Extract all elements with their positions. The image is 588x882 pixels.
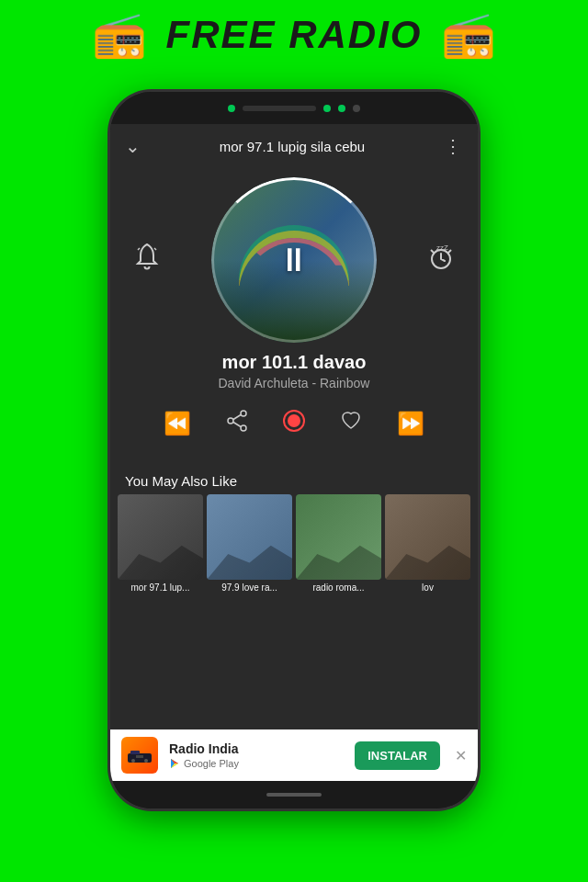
progress-dot [230, 324, 241, 335]
list-item[interactable]: 97.9 love ra... [207, 494, 292, 595]
home-indicator[interactable] [266, 793, 322, 797]
phone-frame: ⌄ mor 97.1 lupig sila cebu ⋮ [110, 92, 478, 808]
ad-app-logo [121, 737, 158, 774]
svg-point-11 [131, 759, 135, 763]
notification-bell-icon[interactable] [129, 241, 165, 279]
phone-bottom-bar [110, 781, 478, 808]
svg-rect-13 [136, 755, 143, 758]
alarm-icon[interactable]: zzZ [423, 241, 459, 279]
google-play-text: Google Play [184, 758, 239, 769]
header: 📻 FREE RADIO 📻 [0, 9, 588, 61]
status-dot-far [353, 105, 360, 112]
phone-top-bar [110, 92, 478, 124]
svg-rect-10 [130, 751, 140, 754]
song-name: David Archuleta - Rainbow [219, 376, 370, 390]
speaker-bar [243, 106, 316, 111]
favorite-button[interactable] [339, 409, 363, 438]
svg-point-2 [241, 411, 246, 416]
list-item[interactable]: mor 97.1 lup... [118, 494, 203, 595]
thumb-label: mor 97.1 lup... [118, 580, 203, 595]
svg-point-8 [288, 414, 300, 427]
status-dot-left [228, 105, 235, 112]
list-item[interactable]: lov [385, 494, 470, 595]
pause-play-icon[interactable]: ⏸ [277, 241, 311, 279]
app-title: FREE RADIO [165, 13, 422, 57]
svg-line-6 [233, 423, 241, 427]
player-controls-row: ⏸ zzZ [129, 177, 459, 343]
record-button[interactable] [282, 409, 306, 438]
ad-sub-text: Google Play [169, 758, 344, 769]
thumbnails-row: mor 97.1 lup... 97.9 love ra... radio ro… [110, 494, 478, 595]
thumb-label: 97.9 love ra... [207, 580, 292, 595]
radio-icon-right: 📻 [441, 9, 496, 61]
rewind-button[interactable]: ⏪ [164, 411, 191, 436]
forward-button[interactable]: ⏩ [397, 411, 424, 436]
svg-point-4 [241, 425, 246, 431]
station-name: mor 101.1 davao [219, 352, 370, 373]
chevron-down-icon[interactable]: ⌄ [125, 135, 141, 157]
list-item[interactable]: radio roma... [296, 494, 381, 595]
thumb-label: lov [385, 580, 470, 595]
ad-app-name: Radio India [169, 741, 344, 756]
ad-close-icon[interactable]: ✕ [455, 747, 467, 764]
share-button[interactable] [225, 409, 249, 438]
recommendations-title: You May Also Like [110, 466, 478, 494]
thumb-label: radio roma... [296, 580, 381, 595]
current-station-title: mor 97.1 lupig sila cebu [220, 139, 365, 154]
status-dot-right [338, 105, 345, 112]
install-button[interactable]: INSTALAR [355, 741, 440, 770]
top-navigation: ⌄ mor 97.1 lupig sila cebu ⋮ [110, 124, 478, 168]
status-dot-middle [323, 105, 331, 112]
svg-point-3 [228, 418, 233, 424]
song-info: mor 101.1 davao David Archuleta - Rainbo… [219, 352, 370, 390]
ad-text-block: Radio India Google Play [169, 741, 344, 769]
radio-icon-left: 📻 [92, 9, 147, 61]
circle-player[interactable]: ⏸ [211, 177, 377, 343]
svg-line-5 [233, 415, 241, 420]
player-area: ⏸ zzZ mor 101.1 davao David Archuleta - … [110, 168, 478, 466]
more-options-icon[interactable]: ⋮ [444, 135, 463, 157]
svg-point-12 [144, 759, 148, 763]
playback-controls: ⏪ [129, 395, 459, 452]
phone-screen: ⌄ mor 97.1 lupig sila cebu ⋮ [110, 124, 478, 781]
svg-text:zzZ: zzZ [436, 243, 448, 252]
ad-banner: Radio India Google Play INSTALAR ✕ [110, 729, 478, 781]
